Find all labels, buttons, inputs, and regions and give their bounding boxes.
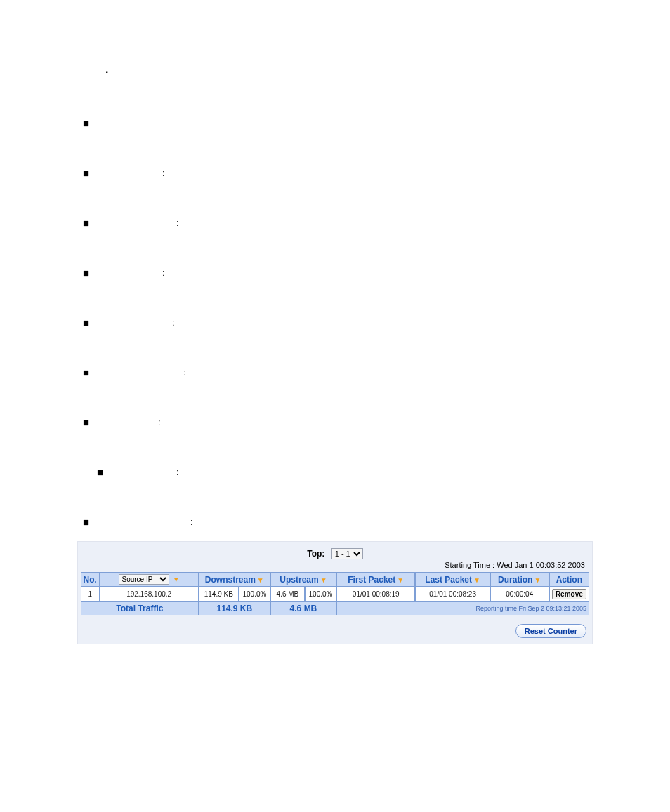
square-bullet-icon: ■ <box>83 118 89 128</box>
bullet-item: ■ : <box>83 218 593 228</box>
square-bullet-icon: ■ <box>83 417 89 427</box>
bullet-item: ■ : <box>83 517 593 527</box>
top-row: Top: 1 - 1 <box>81 546 589 561</box>
reset-counter-button[interactable]: Reset Counter <box>515 624 586 638</box>
bullet-list: ■ ■ : ■ : ■ : ■ : ■ : ■ : ■ : <box>77 118 593 527</box>
table-row: 1 192.168.100.2 114.9 KB 100.0% 4.6 MB 1… <box>81 587 589 601</box>
total-up: 4.6 MB <box>270 601 336 615</box>
bullet-item: ■ : <box>83 417 593 427</box>
col-duration[interactable]: Duration▼ <box>490 572 549 587</box>
col-source[interactable]: Source IP ▼ <box>100 572 199 587</box>
bullet-colon: : <box>161 267 165 278</box>
traffic-table: No. Source IP ▼ Downstream▼ Upstream▼ Fi… <box>81 572 589 615</box>
bullet-colon: : <box>182 367 186 378</box>
bullet-item: ■ : <box>83 367 593 378</box>
col-last-packet[interactable]: Last Packet▼ <box>415 572 490 587</box>
sort-down-icon[interactable]: ▼ <box>395 576 404 584</box>
square-bullet-icon: ■ <box>83 317 89 328</box>
sort-down-icon[interactable]: ▼ <box>532 576 541 584</box>
sort-down-icon[interactable]: ▼ <box>472 576 480 584</box>
col-first-packet[interactable]: First Packet▼ <box>336 572 415 587</box>
col-action: Action <box>549 572 589 587</box>
total-row: Total Traffic 114.9 KB 4.6 MB Reporting … <box>81 601 589 615</box>
bullet-colon: : <box>175 218 179 228</box>
cell-up-size: 4.6 MB <box>270 587 305 601</box>
cell-duration: 00:00:04 <box>490 587 549 601</box>
source-type-select[interactable]: Source IP <box>119 574 169 585</box>
cell-no: 1 <box>81 587 100 601</box>
top-range-select[interactable]: 1 - 1 <box>331 548 363 559</box>
bullet-colon: : <box>157 417 161 427</box>
square-bullet-icon: ■ <box>83 267 89 278</box>
bullet-colon: : <box>171 317 175 328</box>
bullet-item: ■ : <box>97 467 593 477</box>
sort-down-icon[interactable]: ▼ <box>171 575 180 583</box>
cell-last-packet: 01/01 00:08:23 <box>415 587 490 601</box>
traffic-panel: Top: 1 - 1 Starting Time : Wed Jan 1 00:… <box>77 541 593 644</box>
reporting-time: Reporting time Fri Sep 2 09:13:21 2005 <box>336 601 589 615</box>
starting-time-label: Starting Time : <box>445 561 494 569</box>
col-downstream[interactable]: Downstream▼ <box>199 572 270 587</box>
sort-down-icon[interactable]: ▼ <box>319 576 327 584</box>
bullet-colon: : <box>189 517 193 527</box>
remove-button[interactable]: Remove <box>552 589 586 599</box>
bullet-colon: : <box>161 168 165 178</box>
cell-action: Remove <box>549 587 589 601</box>
bullet-colon: : <box>175 467 179 477</box>
square-bullet-icon: ■ <box>83 218 89 228</box>
section-number: . <box>105 63 593 76</box>
bullet-item: ■ <box>83 118 593 128</box>
bullet-item: ■ : <box>83 267 593 278</box>
cell-up-pct: 100.0% <box>305 587 336 601</box>
bullet-item: ■ : <box>83 317 593 328</box>
starting-time: Starting Time : Wed Jan 1 00:03:52 2003 <box>81 561 589 572</box>
sort-down-icon[interactable]: ▼ <box>256 576 264 584</box>
square-bullet-icon: ■ <box>83 168 89 178</box>
square-bullet-icon: ■ <box>97 467 103 477</box>
col-no[interactable]: No. <box>81 572 100 587</box>
total-down: 114.9 KB <box>199 601 270 615</box>
bullet-item: ■ : <box>83 168 593 178</box>
col-upstream[interactable]: Upstream▼ <box>270 572 336 587</box>
total-label: Total Traffic <box>81 601 199 615</box>
starting-time-value: Wed Jan 1 00:03:52 2003 <box>497 561 585 569</box>
square-bullet-icon: ■ <box>83 517 89 527</box>
cell-down-size: 114.9 KB <box>199 587 239 601</box>
cell-down-pct: 100.0% <box>239 587 270 601</box>
square-bullet-icon: ■ <box>83 367 89 378</box>
cell-first-packet: 01/01 00:08:19 <box>336 587 415 601</box>
cell-source: 192.168.100.2 <box>100 587 199 601</box>
top-label: Top: <box>307 549 324 559</box>
